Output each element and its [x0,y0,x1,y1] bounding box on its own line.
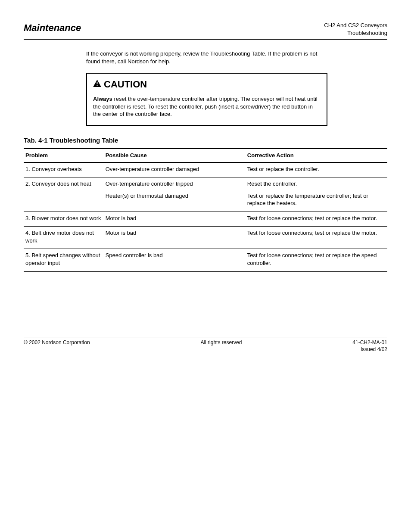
intro-paragraph: If the conveyor is not working properly,… [86,50,327,65]
page-header: Maintenance CH2 And CS2 Conveyors Troubl… [24,22,387,40]
col-header-problem: Problem [24,149,104,162]
cell-cause: Motor is bad [104,227,246,249]
table-row: 1. Conveyor overheats Over-temperature c… [24,162,387,177]
table-row: 3. Blower motor does not work Motor is b… [24,212,387,227]
warning-icon [93,80,101,87]
table-header-row: Problem Possible Cause Corrective Action [24,149,387,162]
caution-body: Always reset the over-temperature contro… [93,95,321,118]
cell-action: Reset the controller. Test or replace th… [246,177,387,212]
caution-text: reset the over-temperature controller af… [93,96,318,117]
caution-label: CAUTION [104,78,147,91]
cell-problem: 2. Conveyor does not heat [24,177,104,212]
cell-action: Test for loose connections; test or repl… [246,249,387,272]
col-header-cause: Possible Cause [104,149,246,162]
caution-strong: Always [93,96,112,102]
table-row: 5. Belt speed changes without operator i… [24,249,387,272]
cell-problem: 5. Belt speed changes without operator i… [24,249,104,272]
cell-cause: Over-temperature controller tripped Heat… [104,177,246,212]
cell-problem: 3. Blower motor does not work [24,212,104,227]
cell-problem: 4. Belt drive motor does not work [24,227,104,249]
footer-left: © 2002 Nordson Corporation [24,339,90,353]
header-title: Maintenance [24,22,81,34]
cell-cause: Over-temperature controller damaged [104,162,246,177]
caution-box: CAUTION Always reset the over-temperatur… [86,73,327,125]
footer-center: All rights reserved [200,339,242,353]
page-footer: © 2002 Nordson Corporation All rights re… [24,337,387,353]
header-section: Troubleshooting [324,29,387,37]
caution-title-row: CAUTION [93,78,321,91]
svg-rect-1 [97,82,98,84]
footer-doc-id: 41-CH2-MA-01 [352,339,387,346]
table-caption: Tab. 4-1 Troubleshooting Table [24,136,387,145]
table-row: 2. Conveyor does not heat Over-temperatu… [24,177,387,212]
cell-action: Test or replace the controller. [246,162,387,177]
cell-action: Test for loose connections; test or repl… [246,227,387,249]
cell-problem: 1. Conveyor overheats [24,162,104,177]
header-right: CH2 And CS2 Conveyors Troubleshooting [324,22,387,37]
cell-action: Test for loose connections; test or repl… [246,212,387,227]
table-row: 4. Belt drive motor does not work Motor … [24,227,387,249]
footer-right: 41-CH2-MA-01 Issued 4/02 [352,339,387,353]
cell-cause: Speed controller is bad [104,249,246,272]
svg-rect-2 [97,85,98,86]
header-product: CH2 And CS2 Conveyors [324,22,387,29]
footer-issued: Issued 4/02 [352,346,387,353]
cell-cause: Motor is bad [104,212,246,227]
col-header-action: Corrective Action [246,149,387,162]
troubleshooting-table: Problem Possible Cause Corrective Action… [24,148,387,272]
